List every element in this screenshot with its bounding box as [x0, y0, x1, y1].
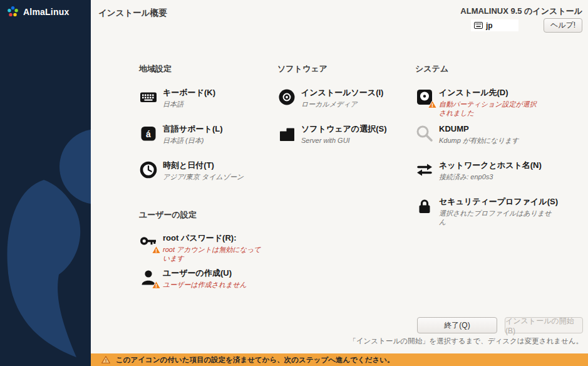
- key-icon: !: [139, 233, 158, 252]
- spoke-title: ネットワークとホスト名(N): [439, 160, 542, 170]
- quit-button[interactable]: 終了(Q): [417, 317, 497, 333]
- spoke-kdump[interactable]: KDUMP Kdump が有効になります: [415, 124, 518, 145]
- lock-icon: [415, 197, 434, 216]
- spoke-title: root パスワード(R):: [163, 233, 261, 243]
- product-title: ALMALINUX 9.5 のインストール: [460, 6, 582, 17]
- page-title: インストール概要: [98, 8, 167, 19]
- brand: AlmaLinux: [6, 5, 69, 18]
- keyboard-layout-code: jp: [486, 21, 493, 30]
- brand-name: AlmaLinux: [23, 7, 69, 17]
- spoke-status: Kdump が有効になります: [439, 136, 518, 145]
- keyboard-layout-indicator[interactable]: jp: [471, 19, 518, 31]
- warning-badge-icon: !: [152, 246, 161, 254]
- section-title-user-settings: ユーザーの設定: [139, 209, 197, 221]
- spoke-time-date[interactable]: 時刻と日付(T) アジア/東京 タイムゾーン: [139, 160, 244, 181]
- warning-badge-icon: !: [152, 281, 161, 289]
- spoke-warning: ユーザーは作成されません: [163, 280, 247, 289]
- spoke-network-hostname[interactable]: ネットワークとホスト名(N) 接続済み: enp0s3: [415, 160, 542, 181]
- warning-badge-icon: !: [428, 100, 437, 108]
- help-button[interactable]: ヘルプ!: [544, 18, 582, 33]
- spoke-status: 選択されたプロファイルはありません: [439, 209, 555, 226]
- section-title-localization: 地域設定: [139, 63, 172, 75]
- begin-installation-button[interactable]: インストールの開始(B): [505, 317, 583, 333]
- warning-bar-text: このアイコンの付いた項目の設定を済ませてから、次のステップへ進んでください。: [116, 355, 395, 365]
- spoke-installation-destination[interactable]: ! インストール先(D) 自動パーティション設定が選択 されました: [415, 88, 537, 117]
- warning-triangle-icon: !: [101, 356, 110, 363]
- spoke-status: Server with GUI: [301, 136, 386, 145]
- spoke-warning: root アカウントは無効になって います: [163, 245, 261, 263]
- svg-text:!: !: [431, 102, 433, 108]
- svg-text:!: !: [105, 358, 107, 363]
- spoke-keyboard[interactable]: キーボード(K) 日本語: [139, 88, 215, 108]
- spoke-root-password[interactable]: ! root パスワード(R): root アカウントは無効になって います: [139, 233, 261, 263]
- keyboard-icon: [139, 88, 158, 107]
- spoke-title: ソフトウェアの選択(S): [301, 124, 386, 134]
- section-title-software: ソフトウェア: [277, 63, 328, 75]
- disk-icon: !: [415, 88, 434, 107]
- spoke-title: ユーザーの作成(U): [163, 268, 247, 278]
- svg-text:á: á: [146, 129, 151, 139]
- language-icon: á: [139, 124, 158, 143]
- spoke-warning: 自動パーティション設定が選択 されました: [439, 100, 537, 117]
- spoke-installation-source[interactable]: インストールソース(I) ローカルメディア: [277, 88, 383, 108]
- disc-icon: [277, 88, 296, 107]
- spoke-status: 日本語 (日本): [163, 136, 223, 145]
- almalinux-watermark: [0, 124, 91, 362]
- spoke-status: 日本語: [163, 100, 215, 108]
- installer-window: AlmaLinux インストール概要 ALMALINUX 9.5 のインストール…: [0, 0, 588, 366]
- spoke-user-creation[interactable]: ! ユーザーの作成(U) ユーザーは作成されません: [139, 268, 247, 289]
- spoke-security-profile[interactable]: セキュリティープロファイル(S) 選択されたプロファイルはありません: [415, 197, 555, 226]
- spoke-title: セキュリティープロファイル(S): [439, 197, 555, 207]
- spoke-status: アジア/東京 タイムゾーン: [163, 172, 244, 181]
- user-icon: !: [139, 268, 158, 287]
- package-icon: [277, 124, 296, 143]
- spoke-title: インストール先(D): [439, 88, 537, 98]
- spoke-title: インストールソース(I): [301, 88, 383, 98]
- network-icon: [415, 160, 434, 179]
- disk-change-note: 「インストールの開始」を選択するまで、ディスクは変更されません。: [349, 337, 583, 346]
- almalinux-logo-icon: [6, 5, 19, 18]
- keyboard-layout-icon: [474, 22, 483, 29]
- spoke-software-selection[interactable]: ソフトウェアの選択(S) Server with GUI: [277, 124, 386, 145]
- svg-text:!: !: [155, 283, 157, 289]
- spoke-language-support[interactable]: á 言語サポート(L) 日本語 (日本): [139, 124, 223, 145]
- clock-icon: [139, 160, 158, 179]
- spoke-status: ローカルメディア: [301, 100, 383, 108]
- warning-bar: ! このアイコンの付いた項目の設定を済ませてから、次のステップへ進んでください。: [91, 353, 588, 366]
- magnifier-icon: [415, 124, 434, 143]
- spoke-title: KDUMP: [439, 124, 518, 134]
- svg-text:!: !: [155, 248, 157, 254]
- spoke-title: 言語サポート(L): [163, 124, 223, 134]
- spoke-title: キーボード(K): [163, 88, 215, 98]
- section-title-system: システム: [415, 63, 448, 75]
- spoke-title: 時刻と日付(T): [163, 160, 244, 170]
- spoke-status: 接続済み: enp0s3: [439, 172, 542, 181]
- sidebar: AlmaLinux: [0, 0, 91, 366]
